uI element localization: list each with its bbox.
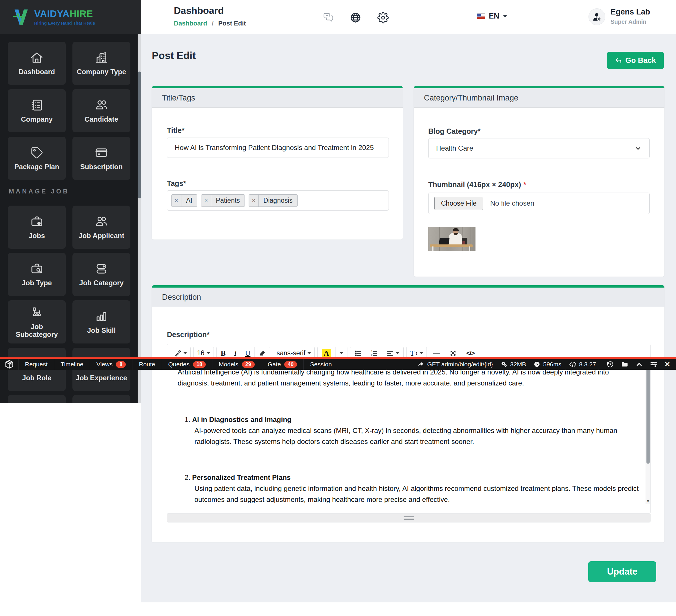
blog-category-select[interactable]: Health Care <box>428 138 650 159</box>
debugbar-request-info[interactable]: GET admin/blog/edit/{id} <box>417 361 493 368</box>
debugbar-tab-request[interactable]: Request <box>18 359 54 370</box>
go-back-button[interactable]: Go Back <box>607 52 664 69</box>
tags-label: Tags* <box>167 179 186 188</box>
hierarchy-icon <box>30 306 44 319</box>
sidebar-item-dashboard[interactable]: Dashboard <box>8 42 66 85</box>
user-gear-avatar-icon <box>592 11 603 22</box>
tag-icon <box>30 146 44 160</box>
sidebar-item-partial-left[interactable] <box>8 395 66 403</box>
scroll-down-arrow-icon[interactable]: ▼ <box>646 499 650 503</box>
magic-wand-icon <box>174 350 181 357</box>
code-icon <box>569 361 577 368</box>
sliders-icon[interactable] <box>650 361 658 368</box>
file-status-text: No file chosen <box>490 199 534 207</box>
history-icon[interactable] <box>607 361 614 368</box>
bar-chart-icon <box>95 309 108 323</box>
briefcase-icon <box>30 214 44 229</box>
sidebar-item-job-category[interactable]: Job Category <box>72 253 130 296</box>
category-card-header: Category/Thumbnail Image <box>414 88 664 108</box>
chevron-down-icon <box>307 352 311 354</box>
briefcase-search-icon <box>30 262 44 276</box>
tag-chip: × AI <box>171 194 197 207</box>
sidebar-item-subscription[interactable]: Subscription <box>72 137 130 180</box>
title-input[interactable]: How AI is Transforming Patient Diagnosis… <box>167 137 389 158</box>
blog-category-label: Blog Category* <box>428 127 481 135</box>
debugbar-duration[interactable]: 596ms <box>533 361 561 368</box>
description-card: Description Description* 16 B I U <box>152 285 664 543</box>
sidebar-item-package-plan[interactable]: Package Plan <box>8 137 66 180</box>
breadcrumb-separator: / <box>212 20 214 27</box>
breadcrumb-dashboard-link[interactable]: Dashboard <box>174 20 207 27</box>
tag-label: Patients <box>211 195 244 206</box>
debugbar-tab-queries[interactable]: Queries18 <box>162 359 213 370</box>
tag-remove-icon[interactable]: × <box>172 195 181 206</box>
laravel-logo-icon[interactable] <box>0 359 18 370</box>
breadcrumb: Dashboard / Post Edit <box>174 20 246 27</box>
title-tags-card-header: Title/Tags <box>152 88 403 108</box>
tag-label: Diagnosis <box>259 195 297 206</box>
description-paragraph: Artificial Intelligence (AI) is fundamen… <box>178 367 640 389</box>
sidebar-logo[interactable]: VAIDYAHIRE Hiring Every Hand That Heals <box>0 0 141 34</box>
us-flag-icon <box>476 13 485 19</box>
update-button[interactable]: Update <box>588 561 656 582</box>
editor-resize-handle[interactable] <box>167 514 651 522</box>
main-content: Post Edit Go Back Title/Tags Title* How … <box>141 34 676 602</box>
description-label: Description* <box>167 330 210 339</box>
chevron-down-icon <box>503 15 507 17</box>
numbered-list-icon: 12 <box>370 350 378 357</box>
title-tags-card: Title/Tags Title* How AI is Transforming… <box>152 86 403 240</box>
chat-icon[interactable] <box>323 12 334 23</box>
choose-file-button[interactable]: Choose File <box>434 197 483 210</box>
sidebar-scrollbar-thumb[interactable] <box>137 71 141 198</box>
sidebar: VAIDYAHIRE Hiring Every Hand That Heals … <box>0 0 141 403</box>
svg-text:2: 2 <box>371 354 373 357</box>
user-avatar[interactable] <box>588 8 605 25</box>
debugbar-tab-route[interactable]: Route <box>132 359 162 370</box>
sidebar-item-job-applicant[interactable]: Job Applicant <box>72 206 130 249</box>
sidebar-item-job-type[interactable]: Job Type <box>8 253 66 296</box>
debugbar-tab-timeline[interactable]: Timeline <box>54 359 90 370</box>
debugbar-tab-views[interactable]: Views8 <box>90 359 133 370</box>
debugbar-tab-session[interactable]: Session <box>304 359 338 370</box>
sidebar-scrollbar[interactable] <box>137 34 141 403</box>
queries-count-badge: 18 <box>193 361 206 368</box>
gear-icon[interactable] <box>377 12 389 23</box>
description-list-item: 1.AI in Diagnostics and Imaging AI-power… <box>178 414 640 447</box>
users-icon <box>95 98 108 112</box>
tags-input[interactable]: × AI × Patients × Diagnosis <box>167 190 389 210</box>
sidebar-item-candidate[interactable]: Candidate <box>72 89 130 132</box>
sidebar-item-job-skill[interactable]: Job Skill <box>72 300 130 344</box>
editor-scrollbar-thumb[interactable] <box>646 365 650 464</box>
tag-remove-icon[interactable]: × <box>202 195 211 206</box>
align-icon <box>386 350 394 357</box>
brand-tagline: Hiring Every Hand That Heals <box>34 21 95 25</box>
gears-icon <box>501 361 508 368</box>
editor-content[interactable]: Artificial Intelligence (AI) is fundamen… <box>167 363 645 504</box>
bullet-list-icon <box>354 350 362 357</box>
sidebar-item-company[interactable]: Company <box>8 89 66 132</box>
eraser-icon <box>259 350 266 357</box>
debugbar-tab-gate[interactable]: Gate40 <box>261 359 304 370</box>
undo-arrow-icon <box>615 57 622 64</box>
sidebar-item-job-subcategory[interactable]: Job Subcategory <box>8 300 66 344</box>
laravel-debugbar: Request Timeline Views8 Route Queries18 … <box>0 357 676 370</box>
debugbar-memory[interactable]: 32MB <box>501 361 526 368</box>
header-title: Dashboard <box>174 5 224 16</box>
thumbnail-file-input[interactable]: Choose File No file chosen <box>428 193 650 214</box>
debugbar-tab-models[interactable]: Models29 <box>212 359 261 370</box>
debugbar-php-version[interactable]: 8.3.27 <box>569 361 596 368</box>
sidebar-item-company-type[interactable]: Company Type <box>72 42 130 85</box>
tag-remove-icon[interactable]: × <box>249 195 259 206</box>
close-icon[interactable]: ✕ <box>664 360 670 368</box>
folder-icon[interactable] <box>621 361 628 368</box>
language-selector[interactable]: EN <box>476 12 507 20</box>
chevron-down-icon <box>183 352 187 354</box>
chevron-up-icon[interactable] <box>635 361 643 368</box>
chevron-down-icon <box>419 352 423 354</box>
sidebar-item-partial-right[interactable] <box>72 395 130 403</box>
thumbnail-label: Thumbnail (416px × 240px)* <box>428 180 526 189</box>
editor-scrollbar[interactable]: ▼ <box>645 363 650 504</box>
building-icon <box>95 51 108 65</box>
globe-icon[interactable] <box>350 12 361 23</box>
sidebar-item-jobs[interactable]: Jobs <box>8 206 66 249</box>
